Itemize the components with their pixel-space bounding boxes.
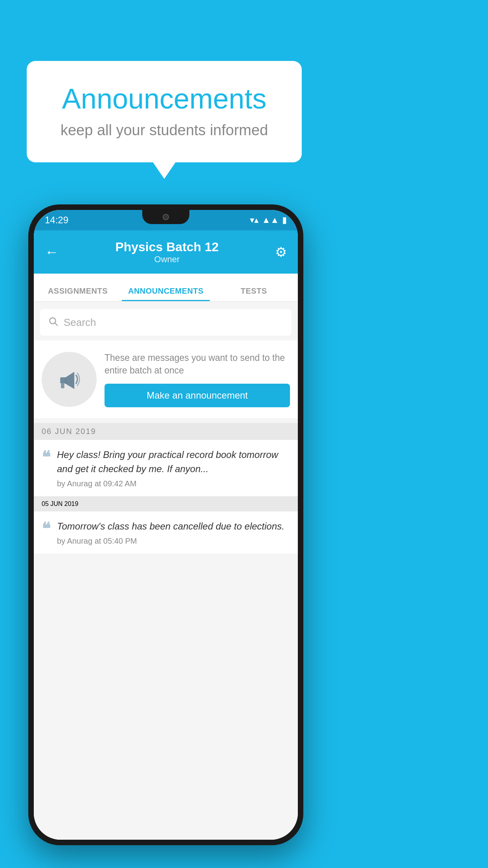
- battery-icon: ▮: [282, 215, 287, 225]
- phone-outer: 14:29 ▾▴ ▲▲ ▮ ← Physics Batch 12 Owner ⚙…: [28, 204, 303, 845]
- phone-screen: 14:29 ▾▴ ▲▲ ▮ ← Physics Batch 12 Owner ⚙…: [34, 210, 298, 840]
- content-area: Search: [34, 303, 298, 840]
- search-placeholder: Search: [64, 316, 96, 329]
- announcement-meta-2: by Anurag at 05:40 PM: [57, 537, 290, 546]
- search-bar[interactable]: Search: [40, 309, 292, 336]
- announcement-content-1: Hey class! Bring your practical record b…: [57, 448, 290, 488]
- date-label-1: 06 JUN 2019: [42, 427, 96, 436]
- announcement-item-1[interactable]: ❝ Hey class! Bring your practical record…: [34, 440, 298, 497]
- date-label-2: 05 JUN 2019: [42, 500, 78, 507]
- announcement-item-2[interactable]: ❝ Tomorrow's class has been cancelled du…: [34, 511, 298, 554]
- batch-name: Physics Batch 12: [59, 240, 275, 254]
- tab-assignments[interactable]: ASSIGNMENTS: [34, 287, 122, 301]
- tab-tests[interactable]: TESTS: [210, 287, 298, 301]
- promo-right: These are messages you want to send to t…: [105, 351, 290, 407]
- tab-announcements[interactable]: ANNOUNCEMENTS: [122, 287, 210, 301]
- announcement-icon-circle: [42, 352, 97, 407]
- quote-icon-2: ❝: [42, 521, 51, 546]
- promo-description: These are messages you want to send to t…: [105, 351, 290, 377]
- tabs-bar: ASSIGNMENTS ANNOUNCEMENTS TESTS: [34, 274, 298, 302]
- make-announcement-button[interactable]: Make an announcement: [105, 384, 290, 407]
- speech-bubble: Announcements keep all your students inf…: [27, 61, 302, 162]
- signal-icon: ▲▲: [262, 215, 279, 225]
- app-header: ← Physics Batch 12 Owner ⚙: [34, 230, 298, 274]
- promo-section: These are messages you want to send to t…: [34, 340, 298, 418]
- announcement-text-2: Tomorrow's class has been cancelled due …: [57, 519, 290, 533]
- header-role: Owner: [59, 254, 275, 265]
- bubble-title: Announcements: [50, 83, 278, 115]
- header-title-block: Physics Batch 12 Owner: [59, 240, 275, 265]
- date-separator-1: 06 JUN 2019: [34, 423, 298, 440]
- notch-camera: [163, 214, 169, 220]
- svg-rect-4: [61, 384, 64, 388]
- phone-notch: [142, 210, 189, 224]
- megaphone-icon: [55, 366, 83, 393]
- status-time: 14:29: [45, 215, 68, 226]
- svg-line-1: [55, 323, 57, 325]
- wifi-icon: ▾▴: [250, 215, 259, 225]
- svg-rect-3: [60, 377, 66, 384]
- announcement-content-2: Tomorrow's class has been cancelled due …: [57, 519, 290, 546]
- status-icons: ▾▴ ▲▲ ▮: [250, 215, 287, 225]
- speech-bubble-container: Announcements keep all your students inf…: [27, 61, 302, 162]
- announcement-text-1: Hey class! Bring your practical record b…: [57, 448, 290, 476]
- settings-button[interactable]: ⚙: [275, 244, 287, 260]
- phone-mockup: 14:29 ▾▴ ▲▲ ▮ ← Physics Batch 12 Owner ⚙…: [28, 204, 303, 845]
- svg-marker-2: [65, 372, 75, 389]
- bubble-subtitle: keep all your students informed: [50, 122, 278, 139]
- quote-icon-1: ❝: [42, 449, 51, 488]
- announcement-meta-1: by Anurag at 09:42 AM: [57, 479, 290, 488]
- search-icon: [48, 316, 58, 329]
- date-separator-2: 05 JUN 2019: [34, 497, 298, 511]
- back-button[interactable]: ←: [45, 244, 59, 260]
